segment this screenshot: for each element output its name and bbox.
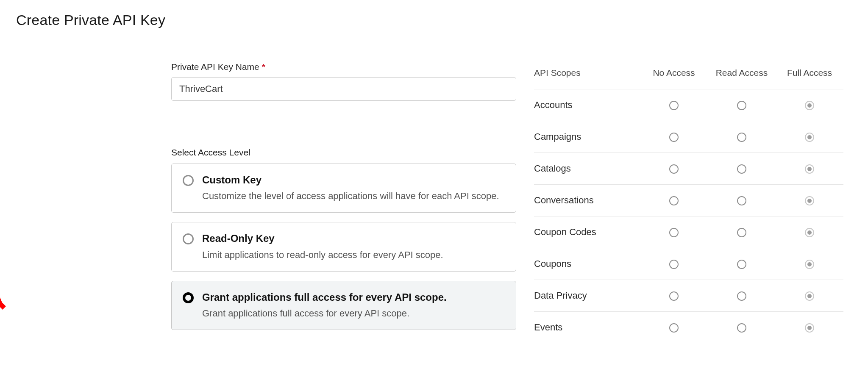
api-key-name-input[interactable] xyxy=(171,77,516,101)
option-desc: Grant applications full access for every… xyxy=(202,307,447,320)
annotation-arrow-icon xyxy=(0,234,19,319)
option-desc: Limit applications to read-only access f… xyxy=(202,248,443,262)
scope-row: Campaigns xyxy=(534,121,843,153)
svg-line-1 xyxy=(0,238,4,308)
scope-name: Campaigns xyxy=(534,121,640,153)
scope-full-radio[interactable] xyxy=(805,323,814,333)
scope-none-radio[interactable] xyxy=(669,196,679,205)
scope-row: Accounts xyxy=(534,89,843,121)
scope-full-radio[interactable] xyxy=(805,228,814,237)
page-title: Create Private API Key xyxy=(0,0,868,28)
scope-row: Coupon Codes xyxy=(534,216,843,248)
api-scopes-table: API Scopes No Access Read Access Full Ac… xyxy=(534,68,843,343)
col-no-access: No Access xyxy=(640,68,708,89)
scope-read-radio[interactable] xyxy=(737,291,746,301)
access-level-option-2[interactable]: Grant applications full access for every… xyxy=(171,281,516,330)
scope-read-radio[interactable] xyxy=(737,133,746,142)
scope-full-radio[interactable] xyxy=(805,164,814,174)
scope-name: Coupon Codes xyxy=(534,216,640,248)
scope-name: Events xyxy=(534,312,640,344)
scope-name: Coupons xyxy=(534,248,640,280)
scope-read-radio[interactable] xyxy=(737,260,746,269)
scope-read-radio[interactable] xyxy=(737,101,746,110)
scope-read-radio[interactable] xyxy=(737,228,746,237)
scope-none-radio[interactable] xyxy=(669,323,679,333)
scope-read-radio[interactable] xyxy=(737,164,746,174)
scope-full-radio[interactable] xyxy=(805,196,814,205)
col-full-access: Full Access xyxy=(776,68,843,89)
api-key-name-label: Private API Key Name* xyxy=(171,62,534,72)
scope-full-radio[interactable] xyxy=(805,260,814,269)
option-title: Read-Only Key xyxy=(202,232,443,245)
scope-row: Catalogs xyxy=(534,153,843,185)
scope-name: Accounts xyxy=(534,89,640,121)
col-scope: API Scopes xyxy=(534,68,640,89)
scope-name: Catalogs xyxy=(534,153,640,185)
access-level-label: Select Access Level xyxy=(171,147,534,158)
scope-full-radio[interactable] xyxy=(805,291,814,301)
col-read-access: Read Access xyxy=(708,68,776,89)
scope-none-radio[interactable] xyxy=(669,164,679,174)
radio-icon xyxy=(183,233,194,244)
scope-name: Conversations xyxy=(534,185,640,216)
scope-full-radio[interactable] xyxy=(805,101,814,110)
scope-none-radio[interactable] xyxy=(669,260,679,269)
option-desc: Customize the level of access applicatio… xyxy=(202,189,499,203)
required-asterisk-icon: * xyxy=(262,62,265,72)
scope-none-radio[interactable] xyxy=(669,101,679,110)
scope-none-radio[interactable] xyxy=(669,291,679,301)
radio-icon xyxy=(183,175,194,186)
scope-row: Conversations xyxy=(534,185,843,216)
radio-icon xyxy=(183,292,194,303)
scope-full-radio[interactable] xyxy=(805,133,814,142)
scope-row: Data Privacy xyxy=(534,280,843,312)
access-level-option-0[interactable]: Custom KeyCustomize the level of access … xyxy=(171,164,516,213)
scope-row: Events xyxy=(534,312,843,344)
scope-row: Coupons xyxy=(534,248,843,280)
scope-none-radio[interactable] xyxy=(669,133,679,142)
annotation-arrow-icon xyxy=(0,52,6,103)
scope-none-radio[interactable] xyxy=(669,228,679,237)
scope-read-radio[interactable] xyxy=(737,323,746,333)
option-title: Grant applications full access for every… xyxy=(202,291,447,304)
access-level-option-1[interactable]: Read-Only KeyLimit applications to read-… xyxy=(171,222,516,271)
scope-read-radio[interactable] xyxy=(737,196,746,205)
option-title: Custom Key xyxy=(202,173,499,187)
scope-name: Data Privacy xyxy=(534,280,640,312)
